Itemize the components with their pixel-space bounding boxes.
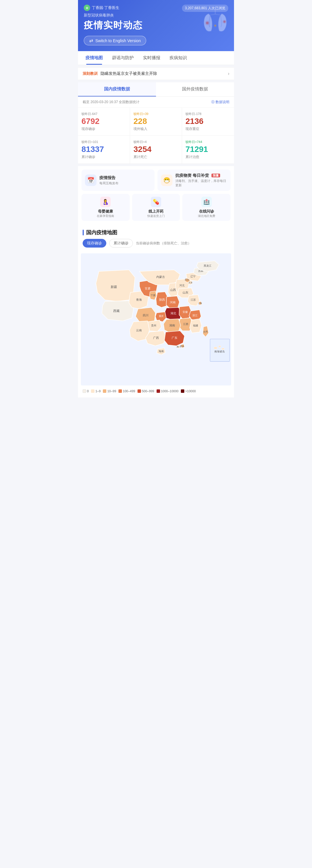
service-supplies-desc: 消毒剂、洗手液、温度计，库存每日更新 — [175, 179, 227, 187]
svg-text:澳门: 澳门 — [177, 345, 181, 348]
stat-label-4: 累计确诊 — [82, 155, 126, 159]
service-consult-desc: 湖北地区免费 — [198, 214, 215, 218]
svg-text:山东: 山东 — [183, 291, 188, 294]
legend-10-99: 10–99 — [103, 390, 116, 393]
filter-total-btn[interactable]: 累计确诊 — [109, 239, 133, 248]
service-supplies[interactable]: 😷 抗疫物资 每日补货 限量 消毒剂、洗手液、温度计，库存每日更新 — [157, 169, 230, 191]
legend-label-1: 1–9 — [95, 390, 100, 393]
data-section: 国内疫情数据 国外疫情数据 截至 2020-03-20 16:37 全国数据统计… — [78, 82, 234, 164]
legend-color-6 — [181, 390, 184, 393]
service-pharmacy-desc: 快递送货上门 — [147, 214, 165, 218]
stat-total-recovered: 较昨日+744 71291 累计治愈 — [182, 136, 234, 164]
svg-text:甘肃: 甘肃 — [145, 287, 151, 290]
stats-grid: 较昨日-647 6792 现存确诊 较昨日+39 228 境外输入 较昨日-17… — [78, 108, 234, 164]
svg-text:湖北: 湖北 — [170, 312, 176, 315]
svg-text:南海诸岛: 南海诸岛 — [214, 350, 225, 353]
svg-text:黑龙江: 黑龙江 — [204, 264, 212, 267]
service-consult-icon: 🏥 — [201, 197, 212, 207]
svg-text:天津: 天津 — [188, 281, 192, 284]
legend-0: 0 — [83, 390, 89, 393]
data-tabs: 国内疫情数据 国外疫情数据 — [78, 82, 234, 97]
nav-tabs: 疫情地图 辟谣与防护 实时播报 疾病知识 — [78, 51, 234, 65]
service-report-desc: 每周五晚发布 — [99, 181, 119, 185]
svg-text:香港: 香港 — [180, 345, 184, 347]
service-consult[interactable]: 🏥 在线问诊 湖北地区免费 — [182, 194, 230, 221]
service-supplies-icon: 😷 — [161, 175, 173, 186]
service-pharmacy-icon: 💊 — [151, 197, 161, 207]
stat-diff-6: 较昨日+744 — [185, 140, 230, 144]
stat-label-2: 境外输入 — [133, 126, 178, 131]
stat-label-6: 累计治愈 — [185, 155, 230, 159]
tab-knowledge[interactable]: 疾病知识 — [165, 51, 191, 65]
switch-btn-label: Switch to English Version — [95, 38, 141, 43]
header: ✿ 丁香园·丁香医生 3,207,683,801 人次已浏览 新型冠状病毒肺炎 … — [78, 0, 234, 51]
map-header: 国内疫情地图 — [78, 224, 234, 239]
svg-text:安徽: 安徽 — [183, 311, 188, 313]
switch-language-button[interactable]: ⇄ Switch to English Version — [84, 36, 146, 45]
svg-text:江西: 江西 — [183, 323, 188, 326]
tab-global[interactable]: 国外疫情数据 — [156, 82, 234, 96]
stat-diff-4: 较昨日+101 — [82, 140, 126, 144]
svg-text:河北: 河北 — [179, 284, 185, 287]
data-date: 截至 2020-03-20 16:37 全国数据统计 — [83, 100, 139, 104]
svg-point-43 — [218, 345, 221, 347]
service-report-title: 疫情报告 — [99, 175, 119, 181]
news-banner[interactable]: 深刻教训 隐瞒发热返京女子被美雇主开除 › — [78, 67, 234, 80]
news-tag: 深刻教训 — [83, 71, 98, 76]
stat-current-confirmed: 较昨日-647 6792 现存确诊 — [78, 108, 130, 136]
svg-text:海南: 海南 — [159, 350, 164, 353]
view-count: 3,207,683,801 人次已浏览 — [182, 5, 228, 12]
stat-label-5: 累计死亡 — [133, 155, 178, 159]
svg-text:广东: 广东 — [171, 336, 177, 339]
legend-1000-10000: 1000–10000 — [157, 390, 179, 393]
legend-label-0: 0 — [87, 390, 89, 393]
map-legend: 0 1–9 10–99 100–499 500–999 1000–10000 >… — [78, 386, 234, 398]
svg-text:青海: 青海 — [136, 298, 142, 301]
tab-rumor[interactable]: 辟谣与防护 — [107, 51, 138, 65]
map-section: 国内疫情地图 现存确诊 累计确诊 当前确诊病例数（排除死亡、治愈） 新疆 西藏 … — [78, 224, 234, 398]
stat-diff-5: 较昨日+4 — [133, 140, 178, 144]
svg-point-44 — [222, 348, 224, 350]
svg-text:台湾: 台湾 — [203, 330, 208, 333]
badge-limited: 限量 — [212, 174, 220, 177]
legend-color-5 — [157, 390, 160, 393]
map-title-bar — [83, 230, 84, 236]
legend-label-2: 10–99 — [107, 390, 116, 393]
stat-label-3: 现存重症 — [185, 126, 230, 131]
legend-color-1 — [91, 390, 94, 393]
tab-domestic[interactable]: 国内疫情数据 — [78, 82, 156, 96]
switch-icon: ⇄ — [89, 38, 93, 43]
legend-500-999: 500–999 — [137, 390, 154, 393]
logo-icon: ✿ — [84, 5, 90, 11]
filter-current-btn[interactable]: 现存确诊 — [83, 239, 106, 248]
legend-100-499: 100–499 — [119, 390, 135, 393]
service-pharmacy[interactable]: 💊 线上开药 快递送货上门 — [132, 194, 180, 221]
tab-live[interactable]: 实时播报 — [138, 51, 165, 65]
stat-number-6: 71291 — [185, 145, 230, 153]
service-maternal[interactable]: 🤱 母婴健康 在家孕育指南 — [82, 194, 130, 221]
svg-text:上海: 上海 — [198, 302, 202, 305]
legend-label-5: 1000–10000 — [161, 390, 179, 393]
svg-text:福建: 福建 — [193, 324, 198, 327]
legend-gt-10000: >10000 — [181, 390, 196, 393]
svg-text:河南: 河南 — [170, 301, 176, 304]
tab-map[interactable]: 疫情地图 — [81, 51, 107, 65]
service-report[interactable]: 📅 疫情报告 每周五晚发布 — [82, 169, 155, 191]
map-container: 新疆 西藏 青海 甘肃 内蒙古 宁夏 四川 陕西 山西 — [78, 250, 234, 386]
legend-color-4 — [137, 390, 141, 393]
service-pharmacy-title: 线上开药 — [149, 209, 163, 214]
legend-label-3: 100–499 — [123, 390, 135, 393]
stat-number-5: 3254 — [133, 145, 178, 153]
service-report-icon: 📅 — [85, 175, 96, 186]
data-meta: 截至 2020-03-20 16:37 全国数据统计 ⓪ 数据说明 — [78, 97, 234, 108]
svg-text:辽宁: 辽宁 — [190, 275, 195, 278]
legend-label-4: 500–999 — [142, 390, 154, 393]
svg-text:宁夏: 宁夏 — [151, 294, 155, 297]
data-info-link[interactable]: ⓪ 数据说明 — [211, 100, 229, 104]
svg-text:江苏: 江苏 — [191, 299, 196, 301]
stat-total-death: 较昨日+4 3254 累计死亡 — [130, 136, 182, 164]
svg-text:广西: 广西 — [153, 336, 159, 339]
legend-color-2 — [103, 390, 106, 393]
legend-1-9: 1–9 — [91, 390, 100, 393]
stat-diff-3: 较昨日-178 — [185, 112, 230, 116]
